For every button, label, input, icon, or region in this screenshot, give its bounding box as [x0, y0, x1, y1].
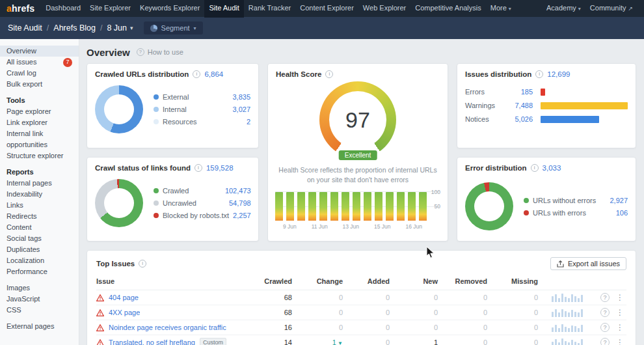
- how-to-use-label: How to use: [148, 48, 183, 56]
- health-bar: [397, 192, 405, 221]
- sidebar-item-performance[interactable]: Performance: [0, 266, 79, 277]
- error-severity-icon: [96, 294, 104, 301]
- sidebar-item-indexability[interactable]: Indexability: [0, 189, 79, 200]
- sidebar-item-bulk-export[interactable]: Bulk export: [0, 79, 79, 90]
- column-header-missing[interactable]: Missing: [487, 277, 538, 285]
- topnav-right: Academy▾Community↗: [542, 0, 637, 18]
- nav-item-web-explorer[interactable]: Web Explorer: [358, 0, 410, 18]
- sidebar-item-internal-link-opportunities[interactable]: Internal link opportunities: [0, 128, 79, 150]
- sidebar-item-content[interactable]: Content: [0, 222, 79, 233]
- column-header-removed[interactable]: Removed: [438, 277, 487, 285]
- issues-dist-rows: Errors185Warnings7,488Notices5,026: [465, 88, 628, 123]
- column-header-issue[interactable]: Issue: [96, 277, 252, 285]
- table-row: 404 page6800000?⋮: [96, 290, 626, 305]
- column-header-added[interactable]: Added: [343, 277, 390, 285]
- sidebar-item-external-pages[interactable]: External pages: [0, 321, 79, 332]
- issue-link[interactable]: Noindex page receives organic traffic: [109, 324, 226, 331]
- sidebar-section-reports: Reports: [0, 161, 79, 178]
- sidebar-item-structure-explorer[interactable]: Structure explorer: [0, 150, 79, 161]
- x-axis-tick: 15 Jun: [374, 223, 391, 230]
- health-bar: [342, 192, 349, 221]
- issue-link[interactable]: 404 page: [109, 294, 139, 301]
- kebab-menu-icon[interactable]: ⋮: [613, 308, 626, 317]
- help-icon[interactable]: ?: [600, 323, 610, 332]
- card-total[interactable]: 6,864: [204, 70, 223, 78]
- kebab-menu-icon[interactable]: ⋮: [613, 323, 626, 332]
- nav-item-rank-tracker[interactable]: Rank Tracker: [244, 0, 295, 18]
- health-score-card: Health Score i 97 Excellent Health Score…: [267, 63, 448, 242]
- card-total[interactable]: 12,699: [547, 70, 570, 78]
- ahrefs-logo[interactable]: ahrefs: [7, 3, 34, 14]
- kebab-menu-icon[interactable]: ⋮: [613, 338, 626, 345]
- export-all-issues-button[interactable]: Export all issues: [550, 257, 626, 270]
- health-bar: [353, 192, 360, 221]
- sidebar-item-redirects[interactable]: Redirects: [0, 211, 79, 222]
- column-header-new[interactable]: New: [390, 277, 438, 285]
- legend-item: URLs without errors2,927: [524, 194, 628, 206]
- nav-item-competitive-analysis[interactable]: Competitive Analysis: [410, 0, 486, 18]
- sidebar-item-images[interactable]: Images: [0, 283, 79, 294]
- breadcrumb-item-site-audit[interactable]: Site Audit: [8, 23, 42, 33]
- sidebar-item-localization[interactable]: Localization: [0, 255, 79, 266]
- sidebar-item-link-explorer[interactable]: Link explorer: [0, 117, 79, 128]
- nav-item-keywords-explorer[interactable]: Keywords Explorer: [135, 0, 204, 18]
- crawled-urls-card: Crawled URLs distribution i 6,864 Extern…: [87, 63, 259, 148]
- sidebar-item-social-tags[interactable]: Social tags: [0, 233, 79, 244]
- nav-item-academy[interactable]: Academy▾: [542, 0, 585, 18]
- info-icon[interactable]: i: [193, 70, 200, 78]
- legend-item: Resources2: [154, 116, 250, 128]
- how-to-use-link[interactable]: ? How to use: [137, 48, 183, 56]
- sidebar-item-javascript[interactable]: JavaScript: [0, 294, 79, 305]
- sidebar-item-duplicates[interactable]: Duplicates: [0, 244, 79, 255]
- issue-link[interactable]: Translated, no self hreflang: [109, 338, 195, 345]
- breadcrumb-item-8-jun[interactable]: 8 Jun: [107, 23, 127, 33]
- export-label: Export all issues: [568, 260, 620, 268]
- health-chart-bars: [275, 191, 427, 221]
- issue-link[interactable]: 4XX page: [109, 309, 140, 316]
- help-icon[interactable]: ?: [600, 293, 610, 302]
- nav-item-site-audit[interactable]: Site Audit: [204, 0, 243, 18]
- sidebar-item-links[interactable]: Links: [0, 200, 79, 211]
- health-bar: [286, 192, 294, 221]
- legend-dot: [154, 200, 159, 206]
- info-icon[interactable]: i: [139, 260, 146, 268]
- column-header-change[interactable]: Change: [292, 277, 343, 285]
- nav-item-more[interactable]: More▾: [486, 0, 516, 18]
- info-icon[interactable]: i: [195, 164, 202, 172]
- sparkline: [538, 338, 597, 345]
- card-title: Crawl status of links found: [95, 164, 191, 172]
- sidebar-item-crawl-log[interactable]: Crawl log: [0, 68, 79, 79]
- sidebar-item-internal-pages[interactable]: Internal pages: [0, 178, 79, 189]
- card-total[interactable]: 159,528: [206, 164, 234, 172]
- nav-item-dashboard[interactable]: Dashboard: [41, 0, 85, 18]
- kebab-menu-icon[interactable]: ⋮: [613, 293, 626, 302]
- help-icon[interactable]: ?: [600, 308, 610, 317]
- info-icon[interactable]: i: [535, 70, 543, 78]
- sidebar-item-page-explorer[interactable]: Page explorer: [0, 106, 79, 117]
- card-total[interactable]: 3,033: [543, 164, 561, 172]
- health-bar: [375, 192, 382, 221]
- health-bar: [419, 192, 427, 221]
- change-value: 1 ▼: [292, 338, 343, 345]
- sidebar-item-all-issues[interactable]: All issues7: [0, 57, 79, 68]
- sidebar-item-css[interactable]: CSS: [0, 305, 79, 316]
- legend-dot: [154, 213, 159, 218]
- legend-dot: [154, 119, 159, 124]
- sidebar-item-overview[interactable]: Overview: [0, 46, 79, 57]
- chevron-down-icon: ▾: [194, 25, 196, 31]
- card-title: Health Score: [276, 70, 321, 78]
- health-bar: [319, 192, 327, 221]
- legend-item: Uncrawled54,798: [154, 197, 251, 210]
- help-icon[interactable]: ?: [600, 338, 610, 345]
- nav-item-site-explorer[interactable]: Site Explorer: [85, 0, 135, 18]
- breadcrumb-item-ahrefs-blog[interactable]: Ahrefs Blog: [53, 23, 96, 33]
- info-icon[interactable]: i: [531, 164, 539, 172]
- segment-button[interactable]: Segment ▾: [144, 21, 203, 34]
- y-axis-tick-50: 50: [435, 203, 440, 210]
- column-header-crawled[interactable]: Crawled: [252, 277, 292, 285]
- nav-item-content-explorer[interactable]: Content Explorer: [295, 0, 358, 18]
- info-icon[interactable]: i: [325, 70, 333, 78]
- change-value: 0: [292, 294, 343, 301]
- nav-item-community[interactable]: Community↗: [585, 0, 637, 18]
- health-bar: [308, 192, 316, 221]
